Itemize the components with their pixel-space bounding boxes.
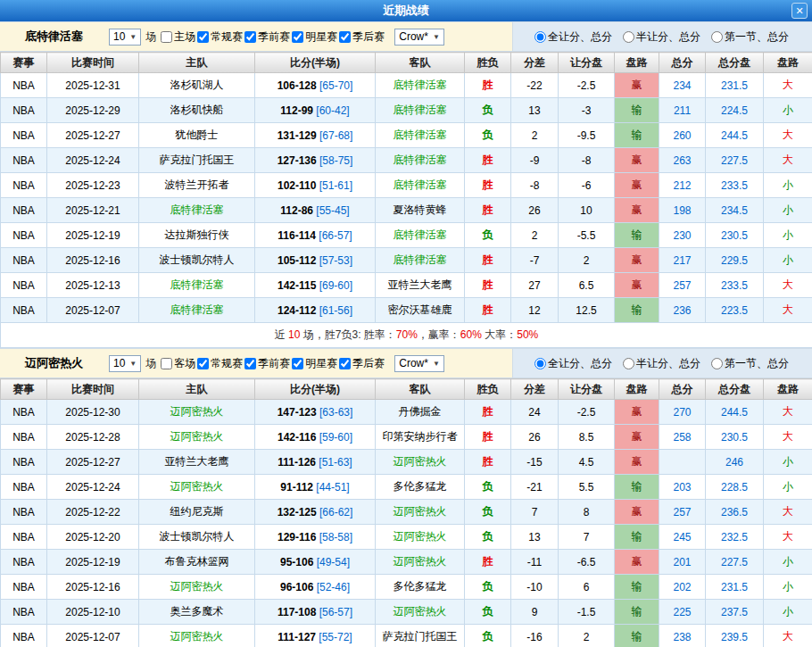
handicap-result-cell: 赢 [615,550,659,575]
date-cell: 2025-12-10 [47,600,139,625]
odds-company-select[interactable]: Crow* ▼ [394,355,444,372]
checkbox-input[interactable] [292,31,303,43]
games-unit-label: 场 [145,356,156,371]
score-value: 116-114 [278,229,316,242]
away-team-cell: 多伦多猛龙 [376,575,465,600]
checkbox-option[interactable]: 季前赛 [244,29,290,45]
handicap-cell: 6.5 [559,273,615,298]
chevron-down-icon: ▼ [129,33,137,41]
checkbox-input[interactable] [197,358,209,369]
score-value: 131-129 [278,129,317,142]
league-cell: NBA [1,98,47,123]
column-header: 盘路 [615,379,659,400]
date-cell: 2025-12-23 [47,173,139,198]
handicap-result-cell: 输 [615,575,659,600]
radio-option[interactable]: 全让分、总分 [534,29,612,45]
total-line-cell: 244.5 [706,400,764,425]
radio-input[interactable] [534,31,546,43]
handicap-result-cell: 输 [615,123,659,148]
radio-option[interactable]: 第一节、总分 [711,29,789,45]
score-cell: 96-106 [52-46] [255,575,376,600]
score-cell: 132-125 [66-62] [255,500,376,525]
game-row: NBA 2025-12-07 底特律活塞 124-112 [61-56] 密尔沃… [1,298,812,323]
checkbox-input[interactable] [197,31,209,43]
games-count-select[interactable]: 10 ▼ [109,29,141,46]
half-score-value: [58-75] [319,154,352,167]
column-header: 比分(半场) [255,379,376,400]
handicap-result-cell: 赢 [615,425,659,450]
radio-input[interactable] [623,358,634,369]
radio-option[interactable]: 半让分、总分 [623,29,700,45]
total-cell: 236 [659,298,706,323]
checkbox-option[interactable]: 季后赛 [339,356,385,371]
column-header: 客队 [376,379,465,400]
total-line-cell: 231.5 [706,575,764,600]
score-cell: 112-99 [60-42] [255,98,376,123]
half-score-value: [65-70] [319,79,352,92]
checkbox-input[interactable] [244,358,256,369]
handicap-result-cell: 赢 [615,450,659,475]
diff-cell: 27 [511,273,559,298]
handicap-cell: -1.5 [559,600,615,625]
checkbox-input[interactable] [292,358,303,369]
score-value: 111-127 [278,631,316,643]
column-header: 赛事 [1,53,47,73]
radio-label: 第一节、总分 [725,29,789,45]
radio-input[interactable] [711,31,723,43]
radio-option[interactable]: 半让分、总分 [623,356,700,371]
column-header: 胜负 [465,379,511,400]
total-cell: 211 [659,98,706,123]
score-cell: 105-112 [57-53] [255,248,376,273]
checkbox-input[interactable] [161,358,172,369]
checkbox-option[interactable]: 常规赛 [197,356,243,371]
checkbox-option[interactable]: 常规赛 [197,29,243,45]
score-cell: 142-116 [59-60] [255,425,376,450]
game-row: NBA 2025-12-24 迈阿密热火 91-112 [44-51] 多伦多猛… [1,475,812,500]
league-cell: NBA [1,600,47,625]
total-line-cell: 230.5 [706,425,764,450]
radio-input[interactable] [534,358,546,369]
radio-option[interactable]: 第一节、总分 [711,356,789,371]
home-team-cell: 布鲁克林篮网 [139,550,255,575]
score-cell: 102-110 [51-61] [255,173,376,198]
half-score-value: [55-45] [316,204,349,217]
diff-cell: -9 [511,148,559,173]
score-value: 147-123 [278,406,317,419]
checkbox-input[interactable] [339,358,351,369]
home-team-cell: 达拉斯独行侠 [139,223,255,248]
diff-cell: 13 [511,525,559,550]
total-cell: 198 [659,198,706,223]
section-controls: 迈阿密热火 10 ▼ 场 客场 常规赛 季前赛 明星赛 季后赛 Crow* [0,348,812,378]
close-icon[interactable]: ✕ [791,3,808,19]
ou-result-cell: 大 [764,400,812,425]
league-cell: NBA [1,123,47,148]
checkbox-option[interactable]: 明星赛 [292,29,337,45]
odds-company-select[interactable]: Crow* ▼ [394,29,444,46]
games-count-select[interactable]: 10 ▼ [109,355,141,372]
radio-input[interactable] [623,31,634,43]
checkbox-input[interactable] [161,31,172,43]
radio-option[interactable]: 全让分、总分 [534,356,612,371]
checkbox-option[interactable]: 季后赛 [339,29,385,45]
checkbox-input[interactable] [339,31,351,43]
result-cell: 胜 [465,450,511,475]
score-value: 102-110 [278,179,316,192]
score-cell: 116-114 [66-57] [255,223,376,248]
half-score-value: [57-53] [319,254,352,267]
checkbox-option[interactable]: 主场 [161,29,195,45]
score-value: 132-125 [278,506,317,518]
window-title: 近期战绩 [383,4,429,17]
home-team-cell: 奥兰多魔术 [139,600,255,625]
checkbox-input[interactable] [244,31,256,43]
ou-result-cell: 小 [764,550,812,575]
team-name: 底特律活塞 [25,29,83,45]
handicap-cell: -8 [559,148,615,173]
checkbox-option[interactable]: 客场 [161,356,195,371]
checkbox-label: 常规赛 [211,29,243,45]
away-team-cell: 丹佛掘金 [376,400,465,425]
summary-segment: 大率： [482,328,517,341]
checkbox-option[interactable]: 明星赛 [292,356,337,371]
checkbox-option[interactable]: 季前赛 [244,356,290,371]
radio-input[interactable] [711,358,723,369]
half-score-value: [58-58] [319,531,352,543]
